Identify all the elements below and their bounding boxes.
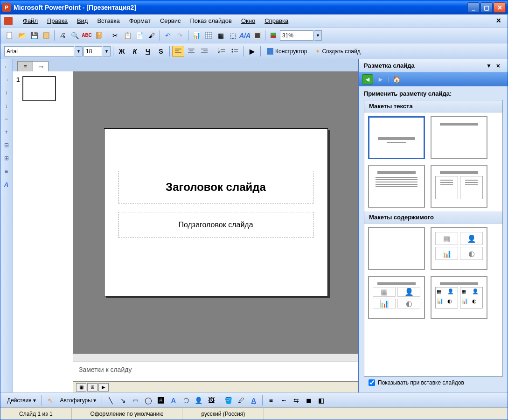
diagram-icon[interactable]: ⬡ bbox=[181, 395, 192, 406]
outline-down-icon[interactable]: ↓ bbox=[2, 101, 11, 111]
color-icon[interactable]: 🔳 bbox=[251, 30, 263, 41]
slide-thumbnail-1[interactable] bbox=[22, 76, 56, 101]
shadow-button[interactable]: S bbox=[155, 46, 167, 57]
arrow-style-icon[interactable]: ⇆ bbox=[291, 395, 302, 406]
font-dropdown[interactable]: ▼ bbox=[75, 46, 83, 56]
arrow-icon[interactable]: ↘ bbox=[118, 395, 129, 406]
align-center-button[interactable] bbox=[185, 46, 197, 57]
layout-list[interactable]: Макеты текста bbox=[364, 100, 503, 377]
taskpane-forward-button[interactable]: ► bbox=[375, 74, 386, 84]
font-color-icon[interactable]: A bbox=[248, 395, 259, 406]
horizontal-scrollbar[interactable] bbox=[73, 353, 358, 362]
print-icon[interactable]: 🖨 bbox=[57, 30, 68, 41]
outline-demote-icon[interactable]: → bbox=[2, 75, 11, 84]
zoom-input[interactable]: 31% bbox=[280, 30, 313, 41]
shadow-style-icon[interactable]: ◼ bbox=[303, 395, 314, 406]
show-hide-icon[interactable]: A/A bbox=[239, 30, 251, 41]
sorter-view-button[interactable]: ⊞ bbox=[87, 383, 97, 392]
bullets-button[interactable] bbox=[229, 46, 241, 57]
close-document-button[interactable]: × bbox=[493, 16, 504, 26]
taskpane-close-button[interactable]: × bbox=[494, 62, 503, 70]
numbering-button[interactable]: 12 bbox=[216, 46, 228, 57]
menu-app-icon[interactable] bbox=[4, 17, 13, 25]
layout-title-only[interactable] bbox=[431, 116, 487, 159]
layout-content[interactable]: ▦👤 📊◐ bbox=[431, 227, 487, 270]
slides-tab[interactable]: ▭ bbox=[33, 61, 49, 71]
increase-indent-button[interactable]: ▶ bbox=[246, 46, 258, 57]
line-color-icon[interactable]: 🖊 bbox=[236, 395, 247, 406]
maximize-button[interactable]: ▢ bbox=[480, 2, 493, 13]
wordart-icon[interactable]: A bbox=[168, 395, 179, 406]
oval-icon[interactable]: ◯ bbox=[143, 395, 154, 406]
minimize-button[interactable]: _ bbox=[467, 2, 480, 13]
taskpane-home-button[interactable]: 🏠 bbox=[391, 74, 403, 84]
table-icon[interactable] bbox=[203, 30, 214, 41]
permission-icon[interactable] bbox=[41, 30, 52, 41]
menu-insert[interactable]: Вставка bbox=[92, 15, 124, 26]
font-size-dropdown[interactable]: ▼ bbox=[103, 46, 111, 56]
menu-format[interactable]: Формат bbox=[125, 15, 155, 26]
zoom-fit-icon[interactable]: ⬚ bbox=[227, 30, 238, 41]
undo-icon[interactable]: ↶ bbox=[162, 30, 174, 41]
designer-button[interactable]: Конструктор bbox=[263, 46, 311, 57]
actions-menu[interactable]: Действия ▾ bbox=[4, 395, 39, 406]
cut-icon[interactable]: ✂ bbox=[110, 30, 121, 41]
bold-button[interactable]: Ж bbox=[116, 46, 128, 57]
normal-view-button[interactable]: ▣ bbox=[76, 383, 86, 392]
textbox-icon[interactable]: 🅰 bbox=[155, 395, 167, 406]
outline-format-icon[interactable]: A bbox=[2, 180, 11, 189]
underline-button[interactable]: Ч bbox=[142, 46, 154, 57]
slide-canvas-wrap[interactable]: Заголовок слайда Подзаголовок слайда bbox=[73, 71, 358, 353]
layout-title-content[interactable]: ▦👤 📊◐ bbox=[368, 276, 425, 319]
dash-style-icon[interactable]: ┅ bbox=[278, 395, 289, 406]
format-painter-icon[interactable]: 🖌 bbox=[146, 30, 157, 41]
select-arrow-icon[interactable]: ↖ bbox=[45, 395, 56, 406]
chart-icon[interactable]: 📊 bbox=[191, 30, 202, 41]
outline-expand-icon[interactable]: + bbox=[2, 127, 11, 137]
layout-title-bullets[interactable] bbox=[368, 165, 425, 208]
save-icon[interactable]: 💾 bbox=[28, 30, 40, 41]
paste-icon[interactable]: 📄 bbox=[134, 30, 145, 41]
notes-pane[interactable]: Заметки к слайду bbox=[73, 362, 358, 381]
rectangle-icon[interactable]: ▭ bbox=[130, 395, 141, 406]
align-right-button[interactable] bbox=[198, 46, 210, 57]
menu-slideshow[interactable]: Показ слайдов bbox=[185, 15, 237, 26]
new-icon[interactable] bbox=[4, 30, 15, 41]
menu-file[interactable]: Файл bbox=[18, 15, 42, 26]
research-icon[interactable]: 📔 bbox=[93, 30, 104, 41]
menu-edit[interactable]: Правка bbox=[42, 15, 72, 26]
grid-icon[interactable]: ▦ bbox=[215, 30, 226, 41]
menu-window[interactable]: Окно bbox=[237, 15, 260, 26]
redo-icon[interactable]: ↷ bbox=[174, 30, 186, 41]
picture-icon[interactable]: 🖼 bbox=[206, 395, 217, 406]
font-selector[interactable]: Arial bbox=[4, 46, 74, 56]
taskpane-dropdown-icon[interactable]: ▼ bbox=[484, 63, 494, 69]
menu-help[interactable]: Справка bbox=[260, 15, 293, 26]
layout-two-content[interactable]: ▦👤📊◐ ▦👤📊◐ bbox=[431, 276, 487, 319]
title-placeholder[interactable]: Заголовок слайда bbox=[118, 171, 313, 203]
zoom-dropdown[interactable]: ▼ bbox=[314, 30, 322, 41]
new-slide-button[interactable]: ✦Создать слайд bbox=[312, 46, 364, 57]
clipart-icon[interactable]: 👤 bbox=[193, 395, 204, 406]
layout-blank[interactable] bbox=[368, 227, 425, 270]
font-size-selector[interactable]: 18 bbox=[84, 46, 102, 56]
3d-style-icon[interactable]: ◧ bbox=[316, 395, 327, 406]
align-left-button[interactable] bbox=[172, 46, 184, 57]
line-weight-icon[interactable]: ≡ bbox=[265, 395, 277, 406]
close-button[interactable]: ✕ bbox=[494, 2, 506, 13]
show-on-insert-checkbox[interactable] bbox=[369, 379, 375, 386]
spell-icon[interactable]: ABC bbox=[81, 30, 92, 41]
subtitle-placeholder[interactable]: Подзаголовок слайда bbox=[118, 212, 313, 238]
fill-color-icon[interactable]: 🪣 bbox=[223, 395, 234, 406]
menu-view[interactable]: Вид bbox=[72, 15, 93, 26]
outline-collapse-icon[interactable]: − bbox=[2, 114, 11, 124]
outline-tab[interactable]: ≡ bbox=[17, 61, 33, 71]
flag-icon[interactable] bbox=[268, 30, 279, 41]
taskpane-back-button[interactable]: ◄ bbox=[362, 74, 373, 84]
outline-expand-all-icon[interactable]: ⊞ bbox=[2, 154, 11, 163]
line-icon[interactable]: ╲ bbox=[105, 395, 116, 406]
preview-icon[interactable]: 🔍 bbox=[69, 30, 80, 41]
slideshow-view-button[interactable]: ▶ bbox=[98, 383, 109, 392]
outline-promote-icon[interactable]: ← bbox=[2, 62, 11, 71]
outline-summary-icon[interactable]: ≡ bbox=[2, 167, 11, 176]
